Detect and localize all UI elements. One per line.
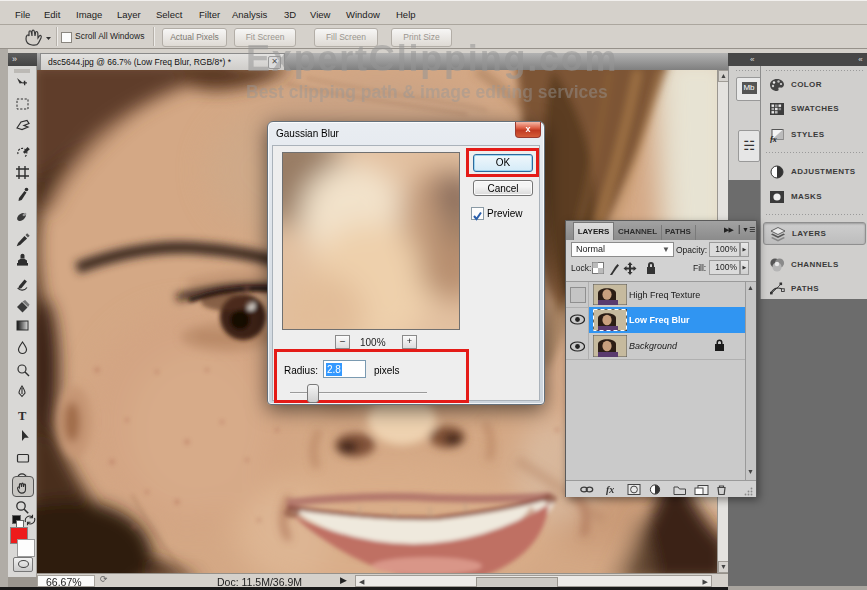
svg-text:fx: fx bbox=[606, 484, 614, 495]
svg-text:fx: fx bbox=[770, 135, 777, 144]
svg-text:T: T bbox=[18, 409, 27, 423]
